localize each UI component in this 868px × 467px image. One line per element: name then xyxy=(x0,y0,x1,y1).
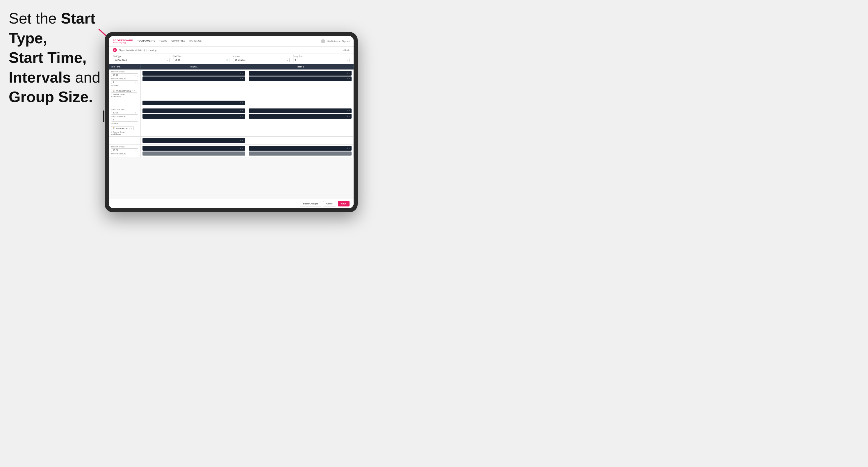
player-row: ✕ ▾ xyxy=(143,138,245,143)
remove-player-icon[interactable]: ✕ ▾ xyxy=(240,115,243,118)
remove-player-icon[interactable]: ✕ ▾ xyxy=(346,147,350,150)
config-bar: Start Type 1st Tee Start ▾ Start Time 10… xyxy=(109,54,353,64)
avatar xyxy=(321,39,325,43)
team2-cell-2: ✕ ▾ ✕ ▾ xyxy=(247,107,353,136)
start-type-label: Start Type xyxy=(113,55,169,57)
player-row: ✕ ▾ xyxy=(249,108,351,113)
starting-hole-input-1[interactable]: 1 ▾ xyxy=(111,80,138,84)
player-row: ✕ ▾ xyxy=(143,101,245,105)
player-placeholder xyxy=(143,152,245,156)
remove-player-icon[interactable]: ✕ ▾ xyxy=(346,115,350,118)
starting-time-input-1[interactable]: 10:00 ⏱ xyxy=(111,73,138,77)
remove-player-icon[interactable]: ✕ ▾ xyxy=(240,102,243,104)
footer-bar: Reset Changes Cancel Save xyxy=(109,199,353,208)
navbar: SCOREBOARD Powered by clipp TOURNAMENTS … xyxy=(109,36,353,46)
course-row-2: ✕ ▾ xyxy=(109,137,353,145)
tournament-icon: C xyxy=(113,48,117,52)
starting-time-label-2: STARTING TIME: xyxy=(111,108,138,110)
starting-time-input-2[interactable]: 10:10 ⏱ xyxy=(111,111,138,115)
starting-hole-input-2[interactable]: 1 ▾ xyxy=(111,118,138,122)
tee-time-header: Tee Time xyxy=(109,64,141,69)
chevron-icon-1: ▾ xyxy=(135,82,136,83)
remove-player-icon[interactable]: ✕ ▾ xyxy=(346,72,350,74)
remove-course-2[interactable]: ✕ ▾ xyxy=(128,127,132,129)
breadcrumb: Clippd Invitational (Mid...) | Hosting xyxy=(119,49,156,52)
reset-changes-button[interactable]: Reset Changes xyxy=(300,201,321,207)
group-2-course xyxy=(109,137,141,144)
player-row: ✕ ▾ xyxy=(249,146,351,151)
course-tag-1[interactable]: 🏌 (A) Peachtree GC ✕ ▾ xyxy=(111,89,137,93)
clock-icon-2: ⏱ xyxy=(135,112,136,114)
remove-group-2[interactable]: ○ Remove Group xyxy=(111,131,138,133)
starting-hole-label-1: STARTING HOLE: xyxy=(111,78,138,80)
breadcrumb-left: C Clippd Invitational (Mid...) | Hosting xyxy=(113,48,156,52)
player-placeholder xyxy=(249,152,351,156)
back-button[interactable]: ‹ Back xyxy=(343,49,349,52)
team2-cell-3: ✕ ▾ xyxy=(247,145,353,157)
remove-player-icon[interactable]: ✕ ▾ xyxy=(240,110,243,112)
starting-time-label-3: STARTING TIME: xyxy=(111,146,138,148)
remove-course-1[interactable]: ✕ ▾ xyxy=(132,90,135,92)
starting-time-label-1: STARTING TIME: xyxy=(111,71,138,73)
breadcrumb-bar: C Clippd Invitational (Mid...) | Hosting… xyxy=(109,46,353,54)
start-type-select[interactable]: 1st Tee Start ▾ xyxy=(113,58,169,62)
start-time-select[interactable]: 10:00 🕐 xyxy=(173,58,230,62)
team1-header: Team 1 xyxy=(141,64,247,69)
team2-course-2 xyxy=(247,137,353,144)
team1-cell-1: ✕ ▾ ✕ ▾ xyxy=(141,69,247,99)
start-type-field: Start Type 1st Tee Start ▾ xyxy=(113,55,169,62)
tablet-screen: SCOREBOARD Powered by clipp TOURNAMENTS … xyxy=(109,36,353,208)
remove-player-icon[interactable]: ✕ ▾ xyxy=(346,77,350,80)
tablet-side-button[interactable] xyxy=(103,111,104,122)
player-row: ✕ ▾ xyxy=(143,71,245,75)
start-time-value: 10:00 xyxy=(175,59,180,61)
remove-player-icon[interactable]: ✕ ▾ xyxy=(240,147,243,150)
sign-out-link[interactable]: Sign out xyxy=(342,40,349,42)
tablet-frame: SCOREBOARD Powered by clipp TOURNAMENTS … xyxy=(105,32,358,212)
chevron-down-icon-2: ▾ xyxy=(287,59,288,61)
player-row: ✕ ▾ xyxy=(143,114,245,119)
starting-hole-label-2: STARTING HOLE: xyxy=(111,116,138,117)
player-row: ✕ ▾ xyxy=(143,76,245,81)
chevron-down-icon: ▾ xyxy=(167,59,168,61)
add-group-2[interactable]: + Add Group xyxy=(111,133,138,135)
tournament-name: Clippd Invitational (Mid...) xyxy=(119,49,145,52)
player-row: ✕ ▾ xyxy=(249,76,351,81)
save-button[interactable]: Save xyxy=(338,201,349,207)
group-2-left: STARTING TIME: 10:10 ⏱ STARTING HOLE: 1 … xyxy=(109,107,141,136)
remove-player-icon[interactable]: ✕ ▾ xyxy=(240,77,243,80)
add-group-1[interactable]: + Add Group xyxy=(111,96,138,97)
course-row-1: ✕ ▾ xyxy=(109,99,353,107)
remove-group-1[interactable]: ○ Remove Group xyxy=(111,94,138,95)
player-row: ✕ ▾ xyxy=(143,146,245,151)
table-row: STARTING TIME: 10:10 ⏱ STARTING HOLE: 1 … xyxy=(109,107,353,137)
nav-committee[interactable]: COMMITTEE xyxy=(171,39,185,43)
start-time-label: Start Time xyxy=(173,55,230,57)
remove-player-icon[interactable]: ✕ ▾ xyxy=(346,110,350,112)
nav-teams[interactable]: TEAMS xyxy=(159,39,167,43)
intervals-value: 10 Minutes xyxy=(235,59,245,61)
remove-player-icon[interactable]: ✕ ▾ xyxy=(240,72,243,74)
group-size-label: Group Size xyxy=(293,55,350,57)
group-size-value: 3 xyxy=(295,59,296,61)
clock-icon-1: ⏱ xyxy=(135,74,136,76)
player-row: ✕ ▾ xyxy=(143,108,245,113)
course-label-1: COURSE: xyxy=(111,85,138,87)
nav-tournaments[interactable]: TOURNAMENTS xyxy=(137,39,155,43)
remove-player-icon[interactable]: ✕ ▾ xyxy=(240,139,243,142)
nav-right: blair@clippd.io Sign out xyxy=(321,39,349,43)
table-row: STARTING TIME: 10:00 ⏱ STARTING HOLE: 1 … xyxy=(109,69,353,99)
team1-cell-2: ✕ ▾ ✕ ▾ xyxy=(141,107,247,136)
nav-rankings[interactable]: RANKINGS xyxy=(189,39,202,43)
course-tag-2[interactable]: 🏌 East Lake GC ✕ ▾ xyxy=(111,126,134,130)
player-row: ✕ ▾ xyxy=(249,71,351,75)
chevron-down-icon-3: ▾ xyxy=(347,59,348,61)
intervals-select[interactable]: 10 Minutes ▾ xyxy=(233,58,290,62)
group-size-select[interactable]: 3 ▾ xyxy=(293,58,350,62)
team1-course-1: ✕ ▾ xyxy=(141,99,247,107)
team1-cell-3: ✕ ▾ xyxy=(141,145,247,157)
instruction-text: Set the Start Type, Start Time, Interval… xyxy=(9,9,102,107)
clock-icon-3: ⏱ xyxy=(135,150,136,151)
cancel-button[interactable]: Cancel xyxy=(323,201,336,207)
starting-time-input-3[interactable]: 10:20 ⏱ xyxy=(111,148,138,152)
